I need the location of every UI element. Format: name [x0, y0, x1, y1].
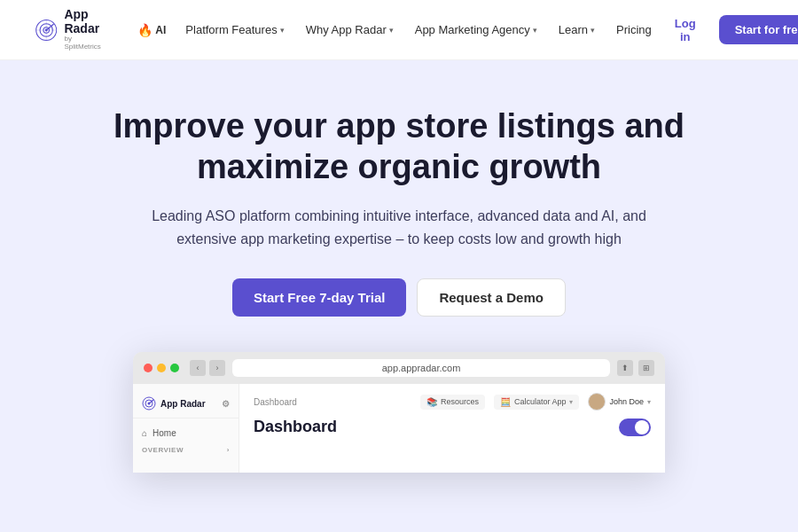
- calculator-button[interactable]: 🧮 Calculator App ▾: [494, 395, 580, 410]
- url-bar[interactable]: app.appradar.com: [232, 359, 610, 377]
- navbar-actions: Log in Start for free: [661, 10, 798, 51]
- request-demo-button[interactable]: Request a Demo: [417, 278, 566, 317]
- chevron-down-icon: ▾: [389, 26, 394, 35]
- fire-icon: 🔥: [137, 23, 153, 37]
- nav-pricing-label: Pricing: [616, 23, 652, 36]
- nav-pricing[interactable]: Pricing: [607, 18, 661, 42]
- forward-button[interactable]: ›: [209, 360, 225, 376]
- chevron-down-icon: ▾: [591, 26, 595, 35]
- nav-platform-features-label: Platform Features: [185, 23, 277, 36]
- chevron-down-icon: ▾: [569, 398, 573, 406]
- sidebar-section-overview: OVERVIEW ›: [133, 442, 239, 456]
- logo-title: App Radar: [64, 8, 109, 35]
- nav-agency-label: App Marketing Agency: [415, 23, 530, 36]
- hero-buttons: Start Free 7-day Trial Request a Demo: [35, 278, 763, 317]
- app-main-header: Dashboard 📚 Resources 🧮 Calculator App ▾: [254, 393, 651, 411]
- app-sidebar-logo: App Radar ⚙: [133, 393, 239, 419]
- calculator-icon: 🧮: [500, 397, 511, 407]
- gear-icon[interactable]: ⚙: [222, 399, 230, 409]
- sidebar-home-label: Home: [153, 428, 176, 438]
- sidebar-item-home[interactable]: ⌂ Home: [133, 424, 239, 442]
- user-name: John Doe: [609, 397, 644, 406]
- hero-title: Improve your app store listings and maxi…: [98, 106, 700, 187]
- dashboard-title: Dashboard: [254, 418, 337, 436]
- app-breadcrumb: Dashboard: [254, 397, 297, 407]
- logo[interactable]: App Radar by SplitMetrics: [35, 8, 109, 51]
- share-icon[interactable]: ⬆: [617, 360, 633, 376]
- app-content: App Radar ⚙ ⌂ Home OVERVIEW › Dashboard: [133, 384, 665, 473]
- chevron-down-icon: ▾: [280, 26, 285, 35]
- logo-subtitle: by SplitMetrics: [64, 35, 109, 51]
- resources-button[interactable]: 📚 Resources: [420, 395, 485, 410]
- chevron-down-icon: ▾: [533, 26, 537, 35]
- svg-point-5: [45, 28, 48, 31]
- app-main: Dashboard 📚 Resources 🧮 Calculator App ▾: [239, 384, 665, 473]
- app-sidebar-logo-icon: [142, 396, 156, 411]
- start-free-button[interactable]: Start for free: [719, 15, 798, 44]
- login-button[interactable]: Log in: [661, 10, 710, 51]
- start-trial-button[interactable]: Start Free 7-day Trial: [232, 278, 406, 317]
- resources-icon: 📚: [426, 397, 437, 407]
- browser-nav-buttons: ‹ ›: [190, 360, 225, 376]
- logo-icon: [35, 15, 57, 45]
- browser-toolbar: ‹ › app.appradar.com ⬆ ⊞: [133, 352, 665, 384]
- hero-subtitle: Leading ASO platform combining intuitive…: [133, 205, 665, 250]
- nav-app-marketing-agency[interactable]: App Marketing Agency ▾: [406, 18, 546, 42]
- app-logo-label: App Radar: [160, 399, 206, 409]
- home-icon: ⌂: [142, 428, 147, 438]
- back-button[interactable]: ‹: [190, 360, 206, 376]
- navbar: App Radar by SplitMetrics 🔥 AI Platform …: [0, 0, 798, 60]
- calculator-label: Calculator App: [514, 397, 567, 406]
- maximize-dot: [170, 364, 179, 372]
- nav-why-label: Why App Radar: [306, 23, 387, 36]
- toggle-switch[interactable]: [619, 419, 651, 436]
- hero-section: Improve your app store listings and maxi…: [0, 60, 798, 532]
- browser-mockup: ‹ › app.appradar.com ⬆ ⊞ App Ra: [133, 352, 665, 473]
- app-sidebar: App Radar ⚙ ⌂ Home OVERVIEW ›: [133, 384, 239, 473]
- ai-label: AI: [155, 24, 166, 36]
- browser-action-buttons: ⬆ ⊞: [617, 360, 654, 376]
- close-dot: [144, 364, 153, 372]
- app-header-right: 📚 Resources 🧮 Calculator App ▾ John Doe …: [420, 393, 651, 411]
- ai-badge[interactable]: 🔥 AI: [130, 20, 173, 41]
- nav-learn[interactable]: Learn ▾: [550, 18, 604, 42]
- toggle-knob: [635, 420, 649, 434]
- nav-why-app-radar[interactable]: Why App Radar ▾: [297, 18, 403, 42]
- minimize-dot: [157, 364, 166, 372]
- zoom-icon[interactable]: ⊞: [638, 360, 654, 376]
- browser-dots: [144, 364, 179, 372]
- nav-platform-features[interactable]: Platform Features ▾: [176, 18, 293, 42]
- user-avatar[interactable]: John Doe ▾: [588, 393, 651, 411]
- chevron-down-icon: ▾: [647, 398, 651, 406]
- resources-label: Resources: [441, 397, 479, 406]
- dashboard-title-row: Dashboard: [254, 418, 651, 436]
- chevron-icon: ›: [227, 446, 230, 454]
- nav-learn-label: Learn: [559, 23, 588, 36]
- avatar-image: [588, 393, 606, 411]
- nav-links: 🔥 AI Platform Features ▾ Why App Radar ▾…: [130, 18, 660, 42]
